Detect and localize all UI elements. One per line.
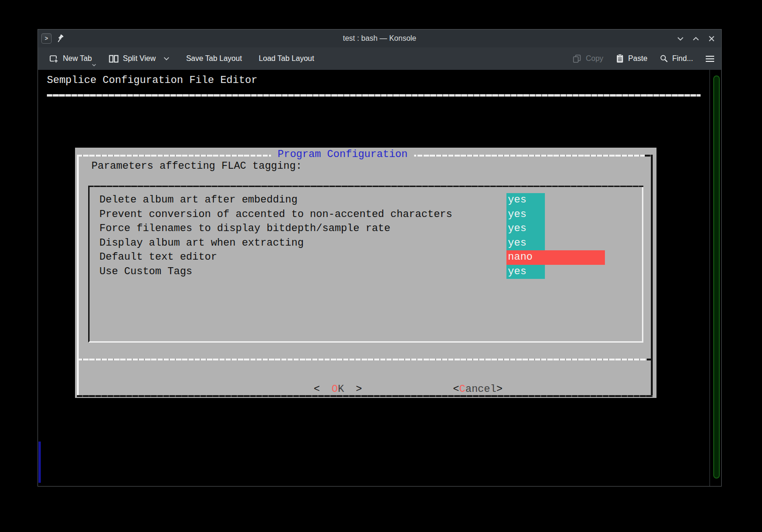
find-button[interactable]: Find... xyxy=(660,54,693,63)
options-listbox-top-border xyxy=(88,186,643,187)
scrollbar-thumb[interactable] xyxy=(713,75,720,479)
load-tab-layout-button[interactable]: Load Tab Layout xyxy=(259,54,314,63)
options-listbox: Delete album art after embedding yes Pre… xyxy=(88,186,643,343)
cancel-button[interactable]: <Cancel> xyxy=(391,368,503,411)
copy-icon xyxy=(573,54,581,63)
dialog-border-right xyxy=(651,155,653,397)
cancel-bracket-right: > xyxy=(496,383,502,395)
ok-bracket-left: < xyxy=(314,383,320,395)
list-item-selected[interactable]: Default text editor nano xyxy=(90,250,642,265)
close-icon xyxy=(709,36,715,42)
desktop-background: > test : bash — Konsole xyxy=(0,0,762,532)
menu-button[interactable] xyxy=(705,55,715,62)
window-title: test : bash — Konsole xyxy=(38,34,721,43)
ok-button[interactable]: <OK> xyxy=(252,368,362,411)
list-item[interactable]: Use Custom Tags yes xyxy=(90,265,642,279)
split-view-button[interactable]: Split View xyxy=(109,54,169,63)
list-item[interactable]: Display album art when extracting yes xyxy=(90,236,642,251)
scrollbar-divider xyxy=(709,70,710,486)
paste-icon xyxy=(616,54,624,63)
new-tab-button[interactable]: New Tab xyxy=(49,54,92,63)
paste-label: Paste xyxy=(628,54,648,63)
cancel-bracket-left: < xyxy=(453,383,459,395)
dialog-subtitle: Parameters affecting FLAC tagging: xyxy=(91,159,302,173)
option-label: Prevent conversion of accented to non-ac… xyxy=(99,208,453,222)
option-value: yes xyxy=(506,208,545,222)
chevron-down-icon xyxy=(92,64,96,67)
copy-button[interactable]: Copy xyxy=(573,54,603,63)
chevron-down-icon xyxy=(677,37,684,41)
copy-label: Copy xyxy=(586,54,603,63)
terminal-heading-underline xyxy=(47,94,701,97)
option-label: Force filenames to display bitdepth/samp… xyxy=(99,222,391,236)
cancel-label-rest: ancel xyxy=(465,383,496,395)
cancel-hotkey: C xyxy=(459,383,465,395)
dialog-border-bottom xyxy=(77,395,653,397)
list-item[interactable]: Prevent conversion of accented to non-ac… xyxy=(90,208,642,222)
button-separator-right-end xyxy=(647,359,653,360)
option-value: yes xyxy=(506,222,545,236)
terminal-view[interactable]: Semplice Configuration File Editor Progr… xyxy=(38,70,721,486)
konsole-window: > test : bash — Konsole xyxy=(38,29,722,487)
option-value: yes xyxy=(506,265,545,279)
history-indicator xyxy=(38,442,41,483)
load-tab-layout-label: Load Tab Layout xyxy=(259,54,314,63)
new-tab-icon xyxy=(49,54,59,63)
find-label: Find... xyxy=(672,54,693,63)
program-configuration-dialog: Program Configuration Parameters affecti… xyxy=(75,148,656,398)
ok-bracket-right: > xyxy=(356,383,362,395)
konsole-app-icon: > xyxy=(41,33,52,44)
option-value: nano xyxy=(506,250,605,265)
paste-button[interactable]: Paste xyxy=(616,54,648,63)
ok-label-rest: K xyxy=(338,383,344,395)
button-separator xyxy=(77,359,647,360)
close-button[interactable] xyxy=(706,33,717,44)
save-tab-layout-label: Save Tab Layout xyxy=(186,54,242,63)
new-tab-label: New Tab xyxy=(63,54,92,63)
search-icon xyxy=(660,54,668,63)
hamburger-menu-icon xyxy=(705,55,715,62)
ok-hotkey: O xyxy=(332,383,338,395)
list-item[interactable]: Force filenames to display bitdepth/samp… xyxy=(90,222,642,236)
pin-icon[interactable] xyxy=(56,34,65,43)
split-view-label: Split View xyxy=(123,54,156,63)
option-value: yes xyxy=(506,193,545,208)
split-view-icon xyxy=(109,55,119,63)
option-value: yes xyxy=(506,236,545,251)
save-tab-layout-button[interactable]: Save Tab Layout xyxy=(186,54,242,63)
toolbar: New Tab Split View xyxy=(38,47,721,70)
terminal-heading: Semplice Configuration File Editor xyxy=(47,74,257,88)
titlebar[interactable]: > test : bash — Konsole xyxy=(38,30,721,47)
minimize-button[interactable] xyxy=(675,33,686,44)
maximize-button[interactable] xyxy=(691,33,701,44)
option-label: Display album art when extracting xyxy=(99,236,304,251)
list-item[interactable]: Delete album art after embedding yes xyxy=(90,193,642,208)
dialog-border-left xyxy=(77,155,79,397)
chevron-up-icon xyxy=(693,37,699,41)
option-label: Default text editor xyxy=(99,250,217,265)
chevron-down-icon xyxy=(164,57,169,60)
option-label: Delete album art after embedding xyxy=(99,193,297,208)
option-label: Use Custom Tags xyxy=(99,265,192,279)
